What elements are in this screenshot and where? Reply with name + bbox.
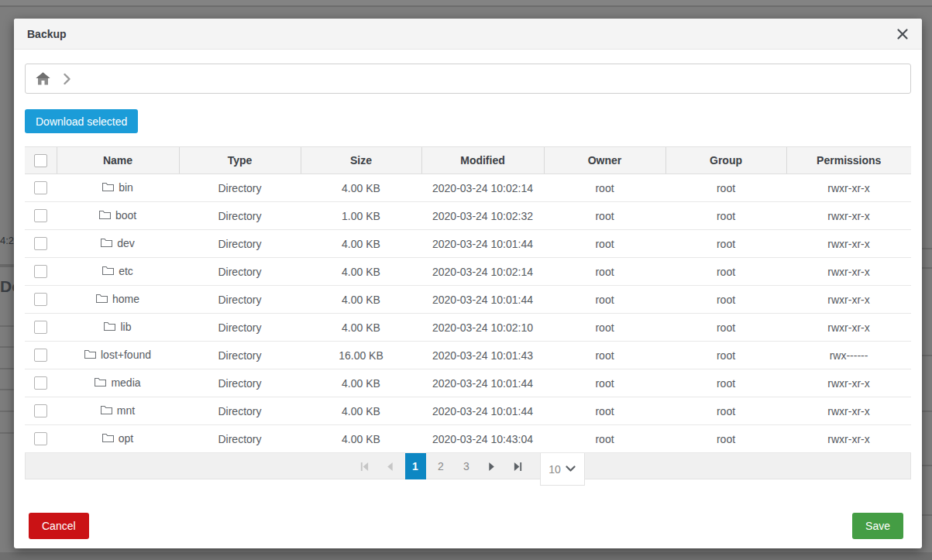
cell-type: Directory	[179, 342, 301, 369]
row-checkbox[interactable]	[34, 432, 47, 445]
background-row-line	[922, 267, 932, 269]
row-checkbox[interactable]	[34, 321, 47, 334]
modal-body: Download selected Name Type Size Modifie…	[14, 64, 922, 479]
page-button-2[interactable]: 2	[431, 453, 452, 479]
column-header-modified[interactable]: Modified	[421, 147, 544, 174]
cell-permissions: rwxr-xr-x	[786, 258, 911, 286]
next-page-icon[interactable]	[482, 453, 503, 479]
column-header-owner[interactable]: Owner	[544, 147, 665, 174]
cell-group: root	[665, 314, 786, 342]
column-header-name[interactable]: Name	[57, 147, 179, 174]
cell-size: 4.00 KB	[301, 314, 421, 342]
cell-type: Directory	[179, 397, 301, 425]
cell-owner: root	[544, 397, 665, 425]
background-row-line	[922, 465, 932, 466]
column-header-type[interactable]: Type	[179, 147, 301, 174]
background-top-strip	[0, 0, 932, 7]
background-divider	[0, 264, 14, 267]
save-button[interactable]: Save	[852, 513, 903, 539]
cell-owner: root	[544, 314, 665, 342]
row-checkbox[interactable]	[34, 237, 47, 250]
close-icon[interactable]	[896, 28, 909, 40]
background-row-line	[0, 432, 14, 434]
select-all-checkbox[interactable]	[34, 154, 47, 167]
page-size-select[interactable]: 10	[540, 453, 585, 486]
row-checkbox[interactable]	[34, 349, 47, 362]
row-checkbox[interactable]	[34, 404, 47, 417]
cell-group: root	[665, 342, 786, 369]
home-icon[interactable]	[36, 72, 50, 85]
cell-name[interactable]: etc	[57, 258, 179, 286]
cell-type: Directory	[179, 314, 301, 342]
page-button-1[interactable]: 1	[405, 453, 426, 479]
cell-permissions: rwxr-xr-x	[786, 369, 911, 397]
row-checkbox-cell	[25, 202, 57, 230]
cell-group: root	[665, 230, 786, 258]
folder-icon	[102, 266, 114, 276]
download-selected-button[interactable]: Download selected	[25, 109, 138, 133]
row-checkbox[interactable]	[34, 376, 47, 390]
cell-modified: 2020-03-24 10:02:10	[421, 314, 544, 342]
cell-modified: 2020-03-24 10:01:44	[421, 286, 544, 314]
cell-name[interactable]: opt	[57, 425, 179, 453]
row-checkbox[interactable]	[34, 209, 47, 222]
cell-type: Directory	[179, 230, 301, 258]
table-row: mediaDirectory4.00 KB2020-03-24 10:01:44…	[25, 369, 911, 397]
row-checkbox-cell	[25, 314, 57, 342]
row-checkbox[interactable]	[34, 265, 47, 278]
row-checkbox[interactable]	[34, 181, 47, 194]
pagination-bar: 123 10	[25, 453, 911, 479]
cell-type: Directory	[179, 202, 301, 230]
chevron-right-icon	[63, 73, 71, 85]
cell-name[interactable]: lib	[57, 314, 179, 342]
cell-modified: 2020-03-24 10:01:43	[421, 342, 544, 369]
backup-modal: Backup Download selected	[14, 19, 922, 548]
cell-size: 1.00 KB	[301, 202, 421, 230]
cell-permissions: rwxr-xr-x	[786, 202, 911, 230]
cell-owner: root	[544, 202, 665, 230]
cell-owner: root	[544, 286, 665, 314]
cell-permissions: rwx------	[786, 342, 911, 369]
cell-modified: 2020-03-24 10:02:32	[421, 202, 544, 230]
cell-name[interactable]: dev	[57, 230, 179, 258]
cell-name[interactable]: media	[57, 369, 179, 397]
row-checkbox[interactable]	[34, 293, 47, 306]
cancel-button[interactable]: Cancel	[29, 513, 89, 539]
folder-icon	[102, 182, 114, 192]
cell-size: 16.00 KB	[301, 342, 421, 369]
page-button-3[interactable]: 3	[456, 453, 477, 479]
cell-permissions: rwxr-xr-x	[786, 425, 911, 453]
background-row-line	[0, 368, 14, 369]
cell-group: root	[665, 258, 786, 286]
folder-icon	[99, 210, 111, 220]
prev-page-icon[interactable]	[380, 453, 401, 479]
page-size-value: 10	[549, 463, 561, 476]
background-row-line	[922, 248, 932, 249]
modal-title: Backup	[27, 28, 67, 40]
table-row: optDirectory4.00 KB2020-03-24 10:43:04ro…	[25, 425, 911, 453]
table-row: homeDirectory4.00 KB2020-03-24 10:01:44r…	[25, 286, 911, 314]
table-row: lost+foundDirectory16.00 KB2020-03-24 10…	[25, 342, 911, 369]
table-row: binDirectory4.00 KB2020-03-24 10:02:14ro…	[25, 174, 911, 202]
cell-group: root	[665, 174, 786, 202]
cell-name[interactable]: mnt	[57, 397, 179, 425]
table-row: libDirectory4.00 KB2020-03-24 10:02:10ro…	[25, 314, 911, 342]
row-checkbox-cell	[25, 342, 57, 369]
last-page-icon[interactable]	[507, 453, 528, 479]
cell-owner: root	[544, 230, 665, 258]
first-page-icon[interactable]	[354, 453, 375, 479]
folder-icon	[104, 321, 115, 332]
row-checkbox-cell	[25, 230, 57, 258]
row-checkbox-cell	[25, 425, 57, 453]
column-header-permissions[interactable]: Permissions	[786, 147, 911, 174]
column-header-group[interactable]: Group	[665, 147, 786, 174]
column-header-size[interactable]: Size	[301, 147, 421, 174]
select-all-cell	[25, 147, 57, 174]
cell-modified: 2020-03-24 10:02:14	[421, 174, 544, 202]
cell-name[interactable]: bin	[57, 174, 179, 202]
row-checkbox-cell	[25, 258, 57, 286]
cell-name[interactable]: boot	[57, 202, 179, 230]
cell-name[interactable]: home	[57, 286, 179, 314]
cell-permissions: rwxr-xr-x	[786, 174, 911, 202]
cell-name[interactable]: lost+found	[57, 342, 179, 369]
